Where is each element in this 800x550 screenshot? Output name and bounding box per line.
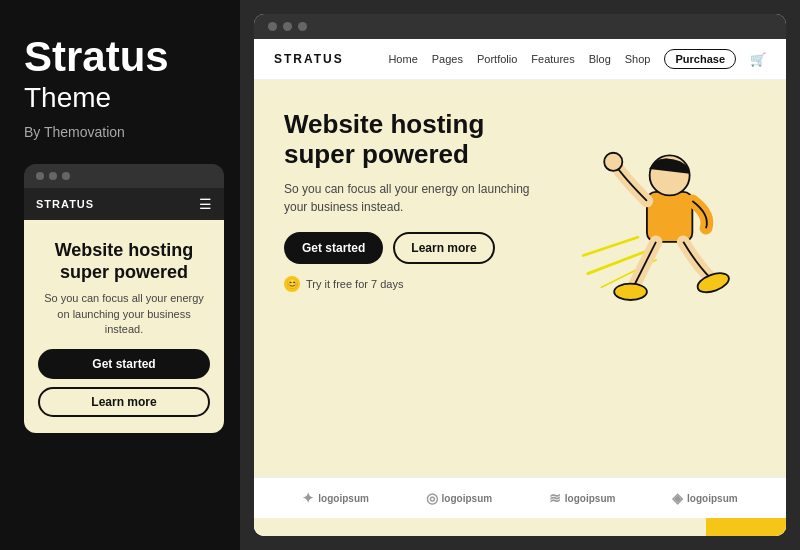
logo-icon-4: ◈ [672, 490, 683, 506]
trial-icon: 😊 [284, 276, 300, 292]
mobile-hero-subtitle: So you can focus all your energy on laun… [38, 291, 210, 337]
logo-2: ◎ logoipsum [426, 490, 493, 506]
nav-link-portfolio[interactable]: Portfolio [477, 53, 517, 65]
desktop-dot-3 [298, 22, 307, 31]
trial-text: Try it free for 7 days [306, 278, 403, 290]
bottom-strip [254, 518, 786, 536]
desktop-trial: 😊 Try it free for 7 days [284, 276, 544, 292]
nav-purchase-button[interactable]: Purchase [664, 49, 736, 69]
logos-bar: ✦ logoipsum ◎ logoipsum ≋ logoipsum ◈ lo… [254, 477, 786, 518]
mobile-nav-brand: STRATUS [36, 198, 94, 210]
mobile-dot-2 [49, 172, 57, 180]
brand-subtitle: Theme [24, 82, 216, 114]
logo-1: ✦ logoipsum [302, 490, 369, 506]
desktop-dot-1 [268, 22, 277, 31]
mobile-get-started-button[interactable]: Get started [38, 349, 210, 379]
nav-link-shop[interactable]: Shop [625, 53, 651, 65]
bottom-yellow [706, 518, 786, 536]
brand-author: By Themovation [24, 124, 216, 140]
logo-icon-2: ◎ [426, 490, 438, 506]
desktop-hero-text: Website hosting super powered So you can… [284, 110, 544, 292]
desktop-get-started-button[interactable]: Get started [284, 232, 383, 264]
desktop-learn-more-button[interactable]: Learn more [393, 232, 494, 264]
mobile-nav: STRATUS ☰ [24, 188, 224, 220]
mobile-learn-more-button[interactable]: Learn more [38, 387, 210, 417]
desktop-mockup: STRATUS Home Pages Portfolio Features Bl… [254, 14, 786, 536]
desktop-nav: STRATUS Home Pages Portfolio Features Bl… [254, 39, 786, 80]
desktop-hero-subtitle: So you can focus all your energy on laun… [284, 180, 544, 216]
svg-point-5 [604, 153, 622, 171]
nav-link-features[interactable]: Features [531, 53, 574, 65]
mobile-dot-3 [62, 172, 70, 180]
desktop-hero-buttons: Get started Learn more [284, 232, 544, 264]
svg-line-0 [583, 237, 638, 255]
mobile-hero-title: Website hosting super powered [38, 240, 210, 283]
mobile-top-bar [24, 164, 224, 188]
mobile-dot-1 [36, 172, 44, 180]
logo-icon-1: ✦ [302, 490, 314, 506]
desktop-nav-brand: STRATUS [274, 52, 344, 66]
logo-text-4: logoipsum [687, 493, 738, 504]
logo-text-2: logoipsum [442, 493, 493, 504]
cart-icon[interactable]: 🛒 [750, 52, 766, 67]
svg-rect-3 [647, 192, 692, 242]
hero-illustration [556, 110, 756, 310]
logo-3: ≋ logoipsum [549, 490, 616, 506]
logo-4: ◈ logoipsum [672, 490, 738, 506]
bottom-white [254, 518, 706, 536]
left-panel: Stratus Theme By Themovation STRATUS ☰ W… [0, 0, 240, 550]
desktop-hero-title: Website hosting super powered [284, 110, 544, 170]
mobile-hamburger-icon[interactable]: ☰ [199, 196, 212, 212]
desktop-hero: Website hosting super powered So you can… [254, 80, 786, 477]
desktop-dot-2 [283, 22, 292, 31]
nav-link-blog[interactable]: Blog [589, 53, 611, 65]
desktop-top-bar [254, 14, 786, 39]
mobile-mockup: STRATUS ☰ Website hosting super powered … [24, 164, 224, 433]
right-panel: STRATUS Home Pages Portfolio Features Bl… [240, 0, 800, 550]
logo-icon-3: ≋ [549, 490, 561, 506]
desktop-nav-links: Home Pages Portfolio Features Blog Shop … [388, 49, 766, 69]
nav-link-pages[interactable]: Pages [432, 53, 463, 65]
mobile-hero: Website hosting super powered So you can… [24, 220, 224, 433]
svg-point-6 [614, 284, 647, 300]
logo-text-3: logoipsum [565, 493, 616, 504]
brand-title: Stratus [24, 36, 216, 78]
nav-link-home[interactable]: Home [388, 53, 417, 65]
logo-text-1: logoipsum [318, 493, 369, 504]
